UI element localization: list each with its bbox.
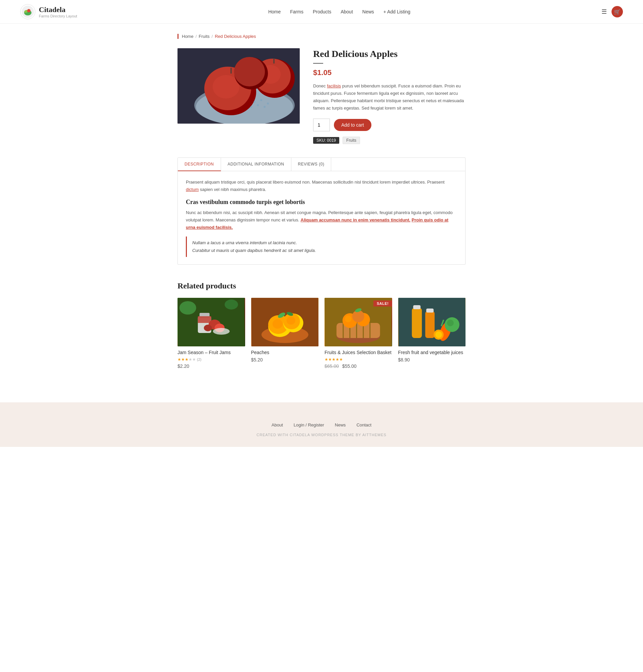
product-section: Red Delicious Apples $1.05 Donec facilis…	[178, 48, 465, 144]
breadcrumb-current: Red Delicious Apples	[215, 34, 256, 39]
svg-point-33	[213, 328, 230, 335]
hamburger-icon[interactable]: ☰	[602, 8, 607, 15]
svg-rect-29	[198, 316, 211, 323]
footer-credit: CREATED WITH CITADELA WORDPRESS THEME BY…	[7, 433, 636, 437]
nav-farms[interactable]: Farms	[290, 9, 303, 14]
product-card-name-basket: Fruits & Juices Selection Basket	[325, 350, 392, 355]
product-card-juice[interactable]: Fresh fruit and vegetable juices $8.90	[398, 298, 466, 369]
svg-point-55	[345, 315, 352, 322]
nav-news[interactable]: News	[362, 9, 374, 14]
add-to-cart-button[interactable]: Add to cart	[334, 119, 372, 131]
product-price-jam: $2.20	[178, 363, 245, 369]
tab-reviews[interactable]: REVIEWS (0)	[291, 158, 331, 171]
products-grid: Jam Season – Fruit Jams ★★★★★ (2) $2.20	[178, 298, 465, 369]
product-card-name-jam: Jam Season – Fruit Jams	[178, 350, 245, 355]
breadcrumb-home[interactable]: Home	[182, 34, 194, 39]
logo-text: Citadela Farms Directory Layout	[39, 5, 77, 18]
tab-body: Nunc ac bibendum nisi, ac suscipit nibh.…	[186, 209, 457, 231]
category-badge[interactable]: Fruits	[343, 137, 360, 144]
svg-point-21	[260, 99, 262, 101]
product-card-name-juice: Fresh fruit and vegetable juices	[398, 350, 466, 355]
breadcrumb: Home / Fruits / Red Delicious Apples	[178, 34, 465, 39]
product-description: Donec facilisis purus vel bibendum susci…	[313, 82, 465, 112]
header: Citadela Farms Directory Layout Home Far…	[0, 0, 643, 24]
tab-link1[interactable]: dictum	[186, 187, 198, 192]
sku-badge: SKU: 0019	[313, 137, 339, 144]
product-card-basket[interactable]: SALE!	[325, 298, 392, 369]
nav-products[interactable]: Products	[313, 9, 331, 14]
footer-link-news[interactable]: News	[335, 422, 346, 428]
svg-point-24	[250, 106, 252, 108]
juice-image-svg	[398, 298, 466, 346]
product-meta: SKU: 0019 Fruits	[313, 137, 465, 144]
svg-point-25	[264, 106, 266, 108]
svg-rect-18	[230, 68, 232, 74]
svg-point-35	[225, 299, 238, 310]
main-content: Home / Fruits / Red Delicious Apples	[171, 24, 472, 402]
product-card-jam[interactable]: Jam Season – Fruit Jams ★★★★★ (2) $2.20	[178, 298, 245, 369]
site-tagline: Farms Directory Layout	[39, 14, 77, 18]
site-name: Citadela	[39, 5, 77, 14]
product-stars-basket: ★★★★★	[325, 357, 392, 362]
product-price-basket: $65.00 $55.00	[325, 363, 392, 369]
svg-point-23	[257, 104, 259, 106]
svg-point-69	[435, 331, 442, 338]
svg-point-32	[204, 325, 212, 331]
breadcrumb-fruits[interactable]: Fruits	[198, 34, 210, 39]
breadcrumb-sep2: /	[212, 34, 213, 39]
svg-point-67	[447, 320, 453, 326]
cart-button[interactable]: 🛒	[611, 6, 623, 17]
svg-point-40	[272, 319, 282, 329]
old-price-basket: $65.00	[325, 363, 339, 369]
quantity-input[interactable]	[313, 119, 330, 131]
footer-link-about[interactable]: About	[271, 422, 283, 428]
svg-rect-19	[273, 58, 275, 64]
product-card-image-jam	[178, 298, 245, 346]
svg-rect-62	[425, 311, 434, 338]
tabs-section: DESCRIPTION ADDITIONAL INFORMATION REVIE…	[178, 157, 465, 265]
footer: About Login / Register News Contact CREA…	[0, 402, 643, 447]
tab-bold-link[interactable]: Aliquam accumsan nunc in enim venenatis …	[301, 217, 411, 223]
product-image-container	[178, 48, 300, 144]
logo-area[interactable]: Citadela Farms Directory Layout	[20, 4, 77, 20]
jam-image-svg	[178, 298, 245, 346]
svg-point-34	[180, 301, 196, 314]
sale-badge: SALE!	[373, 300, 392, 307]
breadcrumb-sep1: /	[196, 34, 197, 39]
svg-rect-60	[412, 308, 422, 338]
peaches-image-svg	[251, 298, 319, 346]
product-card-peaches[interactable]: Peaches $5.20	[251, 298, 319, 369]
product-price-peaches: $5.20	[251, 357, 319, 362]
tab-description[interactable]: DESCRIPTION	[178, 158, 221, 171]
tab-additional-info[interactable]: ADDITIONAL INFORMATION	[221, 158, 291, 171]
product-divider	[313, 63, 323, 64]
new-price-basket: $55.00	[342, 363, 357, 369]
desc-link[interactable]: facilisis	[327, 83, 341, 88]
add-to-cart-row: Add to cart	[313, 119, 465, 131]
svg-point-17	[234, 57, 265, 86]
sku-value: 0019	[327, 138, 336, 143]
nav-about[interactable]: About	[341, 9, 353, 14]
quote-line2: Curabitur ut mauris ut quam dapibus hend…	[192, 247, 452, 254]
footer-nav: About Login / Register News Contact	[7, 422, 636, 428]
svg-point-6	[28, 10, 29, 11]
tab-content: Praesent aliquam tristique orci, quis pl…	[178, 171, 465, 264]
footer-link-login[interactable]: Login / Register	[294, 422, 324, 428]
product-image	[178, 48, 300, 124]
svg-point-57	[352, 310, 364, 322]
product-card-name-peaches: Peaches	[251, 350, 319, 355]
product-info: Red Delicious Apples $1.05 Donec facilis…	[313, 48, 465, 144]
nav-home[interactable]: Home	[268, 9, 281, 14]
svg-rect-63	[426, 309, 433, 313]
product-stars-jam: ★★★★★ (2)	[178, 357, 245, 362]
product-title: Red Delicious Apples	[313, 48, 465, 60]
review-count-jam: (2)	[197, 358, 201, 361]
related-products: Related products	[178, 281, 465, 369]
main-nav: Home Farms Products About News + Add Lis…	[268, 9, 410, 14]
footer-link-contact[interactable]: Contact	[356, 422, 372, 428]
nav-add-listing[interactable]: + Add Listing	[384, 9, 411, 14]
tab-heading: Cras vestibulum commodo turpis eget lobo…	[186, 199, 457, 206]
product-card-image-juice	[398, 298, 466, 346]
nav-icons: ☰ 🛒	[602, 6, 623, 17]
product-image-svg	[178, 48, 300, 124]
